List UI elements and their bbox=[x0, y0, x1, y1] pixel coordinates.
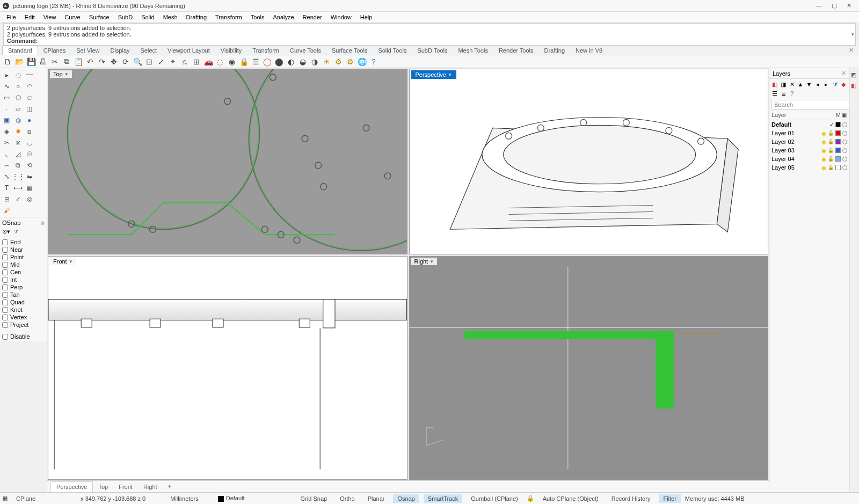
menu-help[interactable]: Help bbox=[356, 13, 377, 21]
osnap-filter-icon[interactable]: ⧩ bbox=[13, 228, 18, 235]
layer-tree-icon[interactable]: ≣ bbox=[780, 90, 787, 97]
rotate-icon[interactable]: ⟳ bbox=[120, 56, 131, 67]
layers-col-m[interactable]: M bbox=[836, 112, 841, 119]
layer-lock-icon[interactable]: 🔓 bbox=[828, 165, 834, 170]
layer-color-swatch[interactable] bbox=[835, 156, 841, 162]
arc-icon[interactable]: ◠ bbox=[24, 81, 34, 91]
layer-material-icon[interactable] bbox=[842, 165, 847, 170]
layer-color-swatch[interactable] bbox=[835, 122, 841, 127]
zoom-extents-icon[interactable]: ⤢ bbox=[156, 56, 166, 67]
osnap-tan[interactable]: Tan bbox=[2, 291, 45, 298]
vtab-perspective[interactable]: Perspective bbox=[50, 481, 93, 492]
vtab-add-icon[interactable]: ✦ bbox=[163, 483, 176, 490]
rotate-obj-icon[interactable]: ⟲ bbox=[24, 160, 34, 170]
layer-material-icon[interactable] bbox=[842, 148, 847, 153]
osnap-int[interactable]: Int bbox=[2, 276, 45, 283]
tooltab-newv8[interactable]: New in V8 bbox=[570, 46, 608, 55]
menu-subd[interactable]: SubD bbox=[114, 13, 137, 21]
show-icon[interactable]: ◉ bbox=[227, 56, 237, 67]
status-filter[interactable]: Filter bbox=[659, 494, 680, 503]
point-icon[interactable]: ∙ bbox=[2, 104, 12, 114]
viewport-label-perspective[interactable]: Perspective▼ bbox=[411, 70, 456, 79]
check-icon[interactable]: ✓ bbox=[13, 194, 23, 204]
layer-color-swatch[interactable] bbox=[835, 148, 841, 153]
vtab-top[interactable]: Top bbox=[93, 482, 113, 492]
help-icon[interactable]: ? bbox=[368, 56, 379, 67]
layer-lock-icon[interactable]: 🔓 bbox=[828, 148, 834, 153]
osnap-project[interactable]: Project bbox=[2, 321, 45, 328]
menu-window[interactable]: Window bbox=[326, 13, 356, 21]
osnap-knot[interactable]: Knot bbox=[2, 306, 45, 313]
viewport-label-front[interactable]: Front▼ bbox=[50, 258, 76, 265]
vtab-front[interactable]: Front bbox=[113, 482, 138, 492]
menu-surface[interactable]: Surface bbox=[85, 13, 114, 21]
tooltab-curvetools[interactable]: Curve Tools bbox=[285, 46, 326, 55]
dim-icon[interactable]: ⟷ bbox=[13, 182, 23, 193]
osnap-disable[interactable]: Disable bbox=[2, 333, 45, 340]
status-grid-icon[interactable]: ▦ bbox=[2, 495, 8, 502]
status-osnap[interactable]: Osnap bbox=[393, 494, 419, 503]
layer-list-icon[interactable]: ☰ bbox=[771, 90, 778, 97]
menu-analyze[interactable]: Analyze bbox=[268, 13, 298, 21]
polyline-icon[interactable]: 〰 bbox=[24, 70, 34, 80]
layer-material-icon[interactable] bbox=[842, 157, 847, 162]
layer-right-icon[interactable]: ▸ bbox=[822, 81, 830, 88]
viewport-front[interactable]: Front▼ bbox=[48, 256, 407, 480]
maximize-icon[interactable]: ▢ bbox=[832, 2, 837, 9]
osnap-perp[interactable]: Perp bbox=[2, 283, 45, 291]
layer-color-swatch[interactable] bbox=[835, 130, 841, 136]
layers-col-layer[interactable]: Layer bbox=[771, 112, 836, 119]
undo-view-icon[interactable]: ⎌ bbox=[179, 56, 190, 67]
layer-material-icon[interactable] bbox=[842, 131, 847, 136]
layer-visible-icon[interactable]: ◉ bbox=[821, 148, 826, 154]
fillet-icon[interactable]: ◟ bbox=[2, 149, 12, 159]
pan-icon[interactable]: ✥ bbox=[108, 56, 119, 67]
chamfer-icon[interactable]: ◿ bbox=[13, 149, 23, 159]
osnap-quad[interactable]: Quad bbox=[2, 298, 45, 306]
menu-tools[interactable]: Tools bbox=[246, 13, 269, 21]
layer-new-icon[interactable]: ◧ bbox=[771, 81, 778, 88]
layer-sublayer-icon[interactable]: ◨ bbox=[780, 81, 787, 88]
undo-icon[interactable]: ↶ bbox=[85, 56, 96, 67]
layer-row[interactable]: Layer 05◉🔓 bbox=[769, 163, 849, 172]
cylinder-icon[interactable]: ◍ bbox=[13, 115, 23, 125]
layer-color-swatch[interactable] bbox=[835, 139, 841, 144]
layer-visible-icon[interactable]: ◉ bbox=[821, 139, 826, 145]
status-ortho[interactable]: Ortho bbox=[336, 494, 359, 503]
menu-view[interactable]: View bbox=[39, 13, 61, 21]
menu-edit[interactable]: Edit bbox=[20, 13, 39, 21]
render-icon[interactable]: ◒ bbox=[297, 56, 308, 67]
layer-row[interactable]: Layer 02◉🔓 bbox=[769, 137, 849, 146]
layer-material-icon[interactable] bbox=[842, 122, 847, 127]
group-icon[interactable]: ⊟ bbox=[2, 194, 12, 204]
status-autocplane[interactable]: Auto CPlane (Object) bbox=[538, 494, 603, 503]
tooltab-solidtools[interactable]: Solid Tools bbox=[373, 46, 412, 55]
osnap-vertex[interactable]: Vertex bbox=[2, 313, 45, 321]
minimize-icon[interactable]: — bbox=[816, 2, 822, 9]
split-icon[interactable]: ⤪ bbox=[13, 137, 23, 148]
mirror-icon[interactable]: ⇋ bbox=[24, 171, 34, 181]
shade-icon[interactable]: ◐ bbox=[286, 56, 296, 67]
panel-properties-icon[interactable]: ◩ bbox=[851, 71, 858, 79]
osnap-mid[interactable]: Mid bbox=[2, 261, 45, 268]
menu-render[interactable]: Render bbox=[299, 13, 326, 21]
layer-left-icon[interactable]: ◂ bbox=[814, 81, 821, 88]
options2-icon[interactable]: ⚙ bbox=[345, 56, 355, 67]
text-icon[interactable]: T bbox=[2, 182, 12, 193]
layers-col-display-icon[interactable]: ▣ bbox=[841, 112, 847, 119]
paint-icon[interactable]: 🖌 bbox=[2, 205, 12, 215]
vtab-right[interactable]: Right bbox=[138, 482, 163, 492]
layer-up-icon[interactable]: ▲ bbox=[797, 81, 804, 88]
menu-transform[interactable]: Transform bbox=[211, 13, 246, 21]
lasso-icon[interactable]: ◌ bbox=[13, 70, 23, 80]
status-cplane[interactable]: CPlane bbox=[12, 494, 40, 503]
status-planar[interactable]: Planar bbox=[363, 494, 389, 503]
layers-search-input[interactable] bbox=[771, 100, 851, 109]
properties-icon[interactable]: ◯ bbox=[262, 56, 273, 67]
viewport-perspective[interactable]: Perspective▼ bbox=[409, 69, 769, 254]
viewport-label-top[interactable]: Top▼ bbox=[50, 70, 72, 78]
scale-icon[interactable]: ⤡ bbox=[2, 171, 12, 181]
command-area[interactable]: 2 polysurfaces, 9 extrusions added to se… bbox=[3, 23, 856, 46]
layers-icon[interactable]: ☰ bbox=[250, 56, 261, 67]
menu-file[interactable]: File bbox=[2, 13, 20, 21]
